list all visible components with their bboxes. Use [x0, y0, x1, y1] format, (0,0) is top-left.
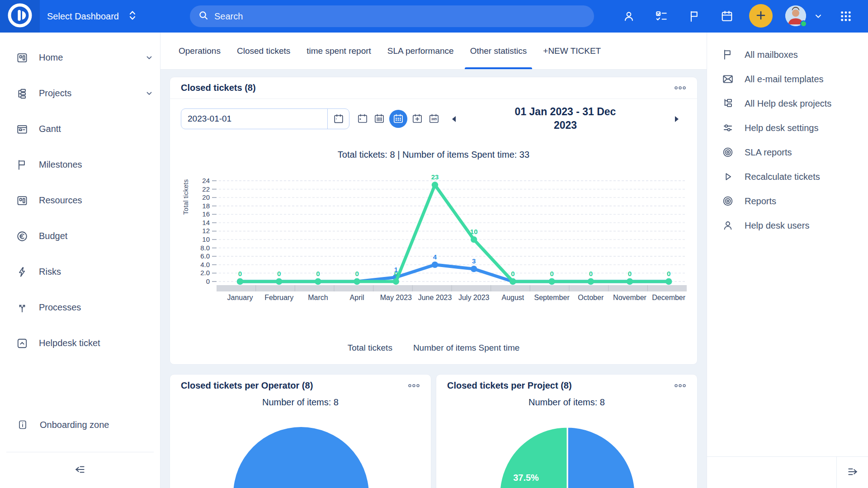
dashboard-selector-label: Select Dashboard — [47, 11, 119, 22]
svg-text:24: 24 — [202, 177, 210, 184]
menu-item-label: Recalculate tickets — [745, 172, 820, 182]
svg-text:1: 1 — [394, 266, 398, 273]
search-input[interactable]: Search — [190, 5, 594, 27]
svg-text:November: November — [613, 294, 646, 301]
sidebar-item-label: Home — [39, 52, 63, 63]
app-logo[interactable] — [0, 0, 40, 33]
svg-text:July 2023: July 2023 — [458, 294, 490, 301]
panel-menu-button[interactable] — [408, 384, 420, 388]
next-period-button[interactable] — [674, 115, 680, 123]
onboarding-label: Onboarding zone — [40, 420, 109, 430]
flag-icon — [16, 159, 28, 171]
svg-text:May 2023: May 2023 — [380, 294, 412, 301]
sidebar-item-budget[interactable]: Budget — [0, 218, 160, 254]
svg-text:April: April — [350, 294, 364, 301]
menu-item-helpdesk-users[interactable]: Help desk users — [707, 213, 868, 238]
sidebar-item-projects[interactable]: Projects — [0, 75, 160, 111]
flag-icon — [722, 49, 734, 61]
operator-pie-chart — [170, 426, 431, 488]
sidebar-item-milestones[interactable]: Milestones — [0, 147, 160, 183]
apps-grid-icon[interactable] — [840, 10, 853, 23]
target-icon — [722, 146, 734, 158]
logo-icon — [7, 2, 33, 30]
project-pie-chart: 37.5% — [436, 426, 698, 488]
sidebar-item-helpdesk-ticket[interactable]: Helpdesk ticket — [0, 325, 160, 361]
sidebar-item-home[interactable]: Home — [0, 40, 160, 75]
svg-text:March: March — [308, 294, 328, 301]
tab-operations[interactable]: Operations — [170, 33, 229, 69]
tab-sla-performance[interactable]: SLA performance — [379, 33, 462, 69]
svg-text:0: 0 — [316, 270, 320, 277]
menu-item-all-email-templates[interactable]: All e-mail templates — [707, 67, 868, 91]
menu-item-all-mailboxes[interactable]: All mailboxes — [707, 42, 868, 67]
sidebar-item-label: Risks — [39, 267, 61, 277]
sidebar-item-processes[interactable]: Processes — [0, 290, 160, 325]
play-icon — [722, 171, 734, 183]
menu-item-recalculate-tickets[interactable]: Recalculate tickets — [707, 164, 868, 189]
svg-text:Total tickets: Total tickets — [182, 179, 189, 215]
chevron-down-icon[interactable] — [814, 12, 827, 25]
add-button[interactable] — [749, 4, 773, 28]
menu-item-label: All Help desk projects — [745, 99, 831, 109]
tasks-checklist-icon[interactable] — [655, 10, 668, 23]
sidebar-item-onboarding-zone[interactable]: Onboarding zone — [0, 412, 160, 437]
top-bar: Select Dashboard Search — [0, 0, 868, 33]
svg-text:4: 4 — [433, 253, 437, 261]
panel-title: Closed tickets per Project (8) — [447, 380, 572, 391]
left-sidebar: Home Projects — [0, 33, 160, 488]
tab-time-spent-report[interactable]: time spent report — [298, 33, 379, 69]
tab-other-statistics[interactable]: Other statistics — [462, 33, 535, 69]
menu-item-sla-reports[interactable]: SLA reports — [707, 140, 868, 164]
collapse-sidebar-icon[interactable] — [73, 463, 87, 478]
svg-text:37.5%: 37.5% — [513, 473, 539, 483]
year-view-icon[interactable]: 365 — [427, 112, 441, 126]
week-view-icon[interactable] — [373, 112, 386, 126]
svg-text:12: 12 — [202, 227, 210, 235]
calendar-icon[interactable] — [721, 10, 733, 23]
svg-text:August: August — [501, 294, 524, 301]
menu-item-helpdesk-settings[interactable]: Help desk settings — [707, 116, 868, 140]
day-view-icon[interactable] — [356, 112, 369, 126]
tab-closed-tickets[interactable]: Closed tickets — [229, 33, 298, 69]
flag-icon[interactable] — [688, 10, 700, 23]
legend-item-spent-time[interactable]: Number of items Spent time — [413, 343, 519, 353]
online-status-dot — [800, 20, 807, 27]
sidebar-item-label: Resources — [39, 195, 82, 206]
expand-panel-button[interactable] — [836, 457, 868, 488]
svg-text:0: 0 — [355, 270, 359, 277]
previous-period-button[interactable] — [451, 115, 457, 123]
chevron-down-icon — [146, 54, 153, 61]
tab-bar: Operations Closed tickets time spent rep… — [160, 33, 707, 70]
panel-menu-button[interactable] — [674, 384, 686, 388]
month-view-icon-selected[interactable] — [389, 110, 407, 128]
date-input[interactable] — [181, 109, 327, 129]
tab-new-ticket[interactable]: +NEW TICKET — [535, 33, 609, 69]
target-icon — [722, 195, 734, 207]
panel-menu-button[interactable] — [674, 86, 686, 90]
sidebar-item-gantt[interactable]: Gantt — [0, 111, 160, 147]
menu-item-all-helpdesk-projects[interactable]: All Help desk projects — [707, 91, 868, 116]
avatar[interactable] — [785, 5, 806, 26]
svg-text:8.0: 8.0 — [200, 244, 210, 252]
user-icon[interactable] — [623, 10, 635, 23]
add-period-view-icon[interactable] — [410, 112, 424, 126]
branch-arrows-icon — [16, 302, 28, 314]
app-root: Select Dashboard Search — [0, 0, 868, 488]
dashboard-selector[interactable]: Select Dashboard — [47, 0, 138, 33]
date-calendar-button[interactable] — [327, 109, 349, 129]
svg-text:10: 10 — [202, 235, 210, 243]
sidebar-item-label: Processes — [39, 302, 81, 313]
legend-item-total-tickets[interactable]: Total tickets — [348, 343, 392, 353]
menu-item-reports[interactable]: Reports — [707, 189, 868, 213]
sidebar-item-resources[interactable]: Resources — [0, 183, 160, 218]
svg-text:14: 14 — [202, 219, 210, 226]
menu-item-label: All mailboxes — [745, 50, 798, 60]
info-icon — [17, 419, 28, 430]
date-picker-group — [181, 108, 349, 129]
sidebar-item-risks[interactable]: Risks — [0, 254, 160, 290]
svg-text:October: October — [578, 294, 604, 301]
lightning-icon — [16, 266, 28, 278]
panel-title: Closed tickets per Operator (8) — [181, 380, 313, 391]
closed-tickets-per-operator-panel: Closed tickets per Operator (8) Number o… — [170, 374, 431, 488]
main-content: Operations Closed tickets time spent rep… — [160, 33, 707, 488]
